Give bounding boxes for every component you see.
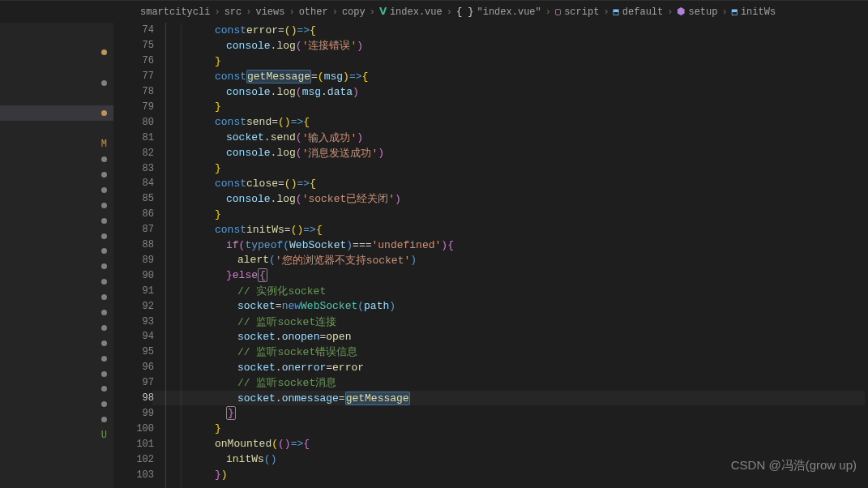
line-number[interactable]: 94 [143, 329, 154, 345]
explorer-row[interactable] [0, 305, 113, 320]
code-line[interactable]: const error = () => { [215, 23, 316, 38]
breadcrumb-item[interactable]: views [255, 6, 284, 18]
code-line[interactable]: // 实例化socket [237, 283, 326, 298]
explorer-row[interactable] [0, 381, 113, 396]
line-number[interactable]: 84 [143, 176, 154, 191]
code-line[interactable]: console.log('连接错误') [226, 38, 363, 54]
code-line[interactable]: console.log('socket已经关闭') [226, 191, 401, 207]
line-number[interactable]: 76 [143, 54, 154, 69]
line-number[interactable]: 96 [143, 360, 154, 375]
explorer-row[interactable] [0, 45, 113, 60]
code-line[interactable]: console.log('消息发送成功') [226, 145, 384, 161]
code-line[interactable]: } [215, 100, 221, 115]
line-number[interactable]: 77 [143, 69, 154, 84]
git-status-letter[interactable]: M [0, 136, 113, 152]
code-line[interactable]: const getMessage = (msg) => { [215, 69, 368, 84]
line-number[interactable]: 101 [136, 436, 154, 452]
line-number[interactable]: 92 [143, 298, 154, 314]
code-line[interactable]: socket.send('输入成功') [226, 130, 363, 145]
breadcrumb-item[interactable]: 𝗩index.vue [379, 6, 443, 18]
explorer-row[interactable] [0, 412, 113, 427]
line-number[interactable]: 87 [143, 222, 154, 238]
line-number[interactable]: 88 [143, 238, 154, 253]
explorer-row[interactable] [0, 229, 113, 244]
line-number[interactable]: 80 [143, 114, 154, 130]
line-number[interactable]: 103 [136, 467, 154, 482]
code-line[interactable]: socket.onerror = error [237, 360, 364, 375]
line-number[interactable]: 74 [143, 23, 154, 38]
explorer-row[interactable] [0, 336, 113, 351]
code-line[interactable]: socket.onmessage = getMessage [237, 391, 410, 406]
code-line[interactable]: // 监听socket消息 [237, 375, 336, 391]
explorer-row[interactable] [0, 351, 113, 366]
line-number[interactable]: 99 [143, 406, 154, 422]
explorer-row[interactable] [0, 259, 113, 274]
line-number[interactable]: 75 [143, 38, 154, 54]
code-line[interactable]: socket.onopen = open [237, 329, 351, 345]
breadcrumb-item[interactable]: { }"index.vue" [456, 6, 541, 18]
explorer-row[interactable] [0, 167, 113, 182]
breadcrumb-item[interactable]: ⬒initWs [732, 6, 776, 18]
line-number[interactable]: 91 [143, 283, 154, 298]
code-line[interactable]: if (typeof (WebSocket) === 'undefined') … [226, 238, 454, 253]
code-editor[interactable]: const error = () => {console.log('连接错误')… [165, 23, 865, 488]
explorer-row[interactable] [0, 182, 113, 198]
breadcrumb-item[interactable]: copy [342, 6, 366, 18]
line-number[interactable]: 90 [143, 268, 154, 283]
explorer-row[interactable] [0, 75, 113, 91]
code-line[interactable]: } [215, 54, 221, 69]
code-line[interactable]: console.log(msg.data) [226, 84, 359, 100]
breadcrumb-item[interactable]: ⬢setup [677, 6, 717, 18]
code-line[interactable]: }) [215, 467, 228, 482]
explorer-row[interactable] [0, 243, 113, 259]
code-line[interactable]: socket = new WebSocket(path) [237, 298, 396, 314]
explorer-row[interactable] [0, 274, 113, 289]
code-line[interactable]: initWs() [226, 452, 276, 467]
explorer-row[interactable] [0, 320, 113, 336]
code-line[interactable]: } [215, 421, 221, 436]
code-line[interactable]: } [215, 161, 221, 176]
explorer-row[interactable] [0, 366, 113, 382]
line-number[interactable]: 98 [143, 391, 154, 406]
line-number[interactable]: 95 [143, 345, 154, 360]
line-number[interactable]: 86 [143, 207, 154, 222]
git-status-letter[interactable]: U [0, 427, 113, 443]
code-line[interactable]: const send = () => { [215, 114, 310, 130]
line-number[interactable]: 93 [143, 314, 154, 329]
code-line[interactable]: // 监听socket错误信息 [237, 345, 357, 360]
code-line[interactable]: } [226, 406, 236, 422]
code-line[interactable]: // 监听socket连接 [237, 314, 336, 329]
line-number[interactable]: 82 [143, 145, 154, 161]
code-line[interactable]: alert('您的浏览器不支持socket') [237, 253, 417, 268]
token: console [226, 193, 271, 205]
line-number[interactable]: 81 [143, 130, 154, 145]
breadcrumb-item[interactable]: smartcitycli [140, 6, 210, 18]
line-number[interactable]: 102 [136, 452, 154, 467]
explorer-sidebar[interactable]: MU [0, 23, 113, 488]
minimap[interactable] [865, 23, 868, 488]
line-number[interactable]: 78 [143, 84, 154, 100]
explorer-row[interactable] [0, 213, 113, 229]
explorer-row[interactable] [0, 105, 113, 121]
explorer-row[interactable] [0, 198, 113, 213]
breadcrumb-item[interactable]: other [299, 6, 328, 18]
line-number[interactable]: 79 [143, 100, 154, 115]
explorer-row[interactable] [0, 152, 113, 167]
breadcrumb-item[interactable]: ▢script [555, 6, 599, 18]
line-number[interactable]: 89 [143, 253, 154, 268]
line-number[interactable]: 97 [143, 375, 154, 391]
line-number[interactable]: 85 [143, 191, 154, 207]
code-line[interactable]: } else { [226, 268, 267, 283]
code-line[interactable]: } [215, 207, 221, 222]
breadcrumb-item[interactable]: src [224, 6, 242, 18]
token: ) [284, 438, 291, 450]
explorer-row[interactable] [0, 396, 113, 412]
code-line[interactable]: const initWs = () => { [215, 222, 323, 238]
breadcrumb-item[interactable]: ⬒default [614, 6, 664, 18]
breadcrumb[interactable]: smartcitycli›src›views›other›copy›𝗩index… [0, 0, 868, 23]
code-line[interactable]: onMounted(() => { [215, 436, 310, 452]
line-number[interactable]: 100 [136, 421, 154, 436]
code-line[interactable]: const close = () => { [215, 176, 316, 191]
explorer-row[interactable] [0, 289, 113, 305]
line-number[interactable]: 83 [143, 161, 154, 176]
